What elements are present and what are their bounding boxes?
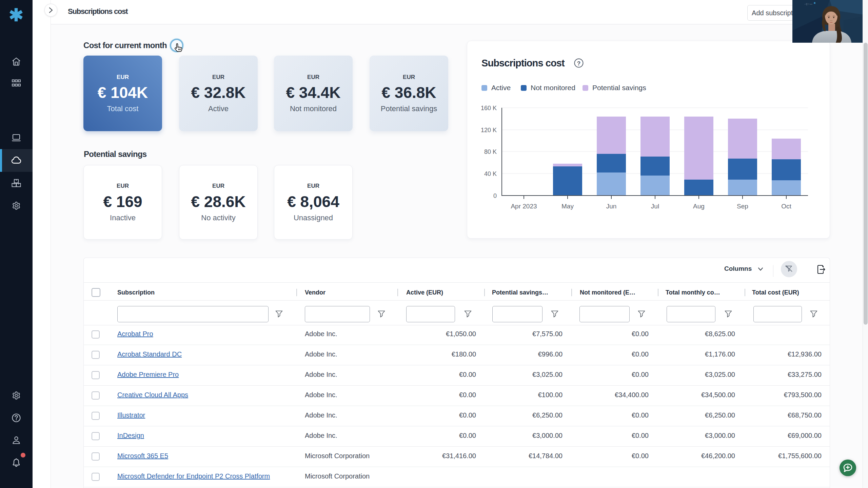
- svg-text:Jul: Jul: [651, 203, 659, 210]
- svg-text:Sep: Sep: [737, 203, 748, 210]
- svg-text:80 K: 80 K: [484, 148, 497, 155]
- svg-text:160 K: 160 K: [481, 105, 497, 111]
- svg-text:Active: Active: [491, 84, 511, 92]
- svg-text:*: *: [814, 1, 816, 6]
- svg-text:Aug: Aug: [693, 203, 705, 210]
- svg-text:-·|·:·—: -·|·:·—: [805, 2, 812, 5]
- svg-text:Not monitored: Not monitored: [531, 84, 575, 92]
- svg-text:Oct: Oct: [781, 203, 791, 210]
- svg-text:May: May: [561, 203, 574, 210]
- svg-text:?: ?: [577, 60, 580, 67]
- svg-text:120 K: 120 K: [481, 127, 497, 134]
- svg-text:Potential savings: Potential savings: [592, 84, 646, 92]
- svg-text:Subscriptions cost: Subscriptions cost: [481, 58, 565, 68]
- svg-text:Apr 2023: Apr 2023: [511, 203, 537, 210]
- svg-text:0: 0: [493, 192, 497, 199]
- svg-text:40 K: 40 K: [484, 170, 497, 177]
- svg-text:Jun: Jun: [606, 203, 617, 210]
